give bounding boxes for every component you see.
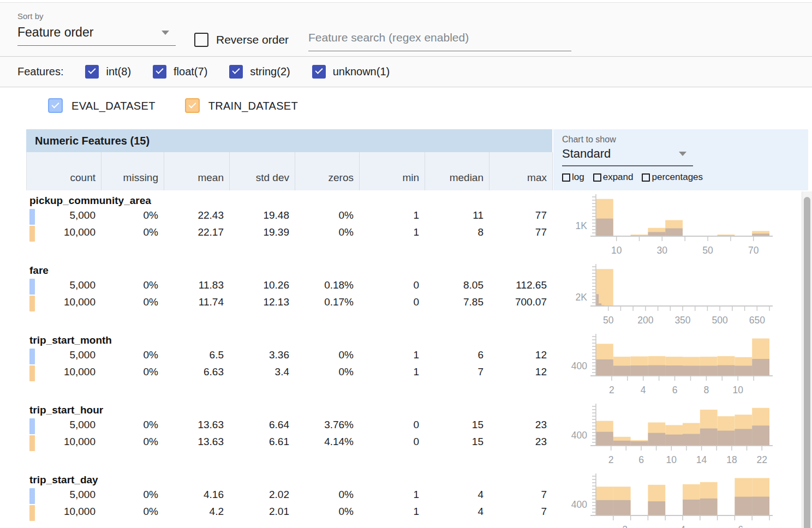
- feature-type-checkbox-unknown[interactable]: [312, 65, 326, 79]
- chart-option-label-log: log: [572, 172, 584, 183]
- stat-max: 12: [489, 349, 552, 361]
- histogram-trip_start_day: 246400: [553, 470, 808, 528]
- feature-histogram-trip_start_day: 246400: [553, 470, 808, 528]
- feature-histogram-trip_start_month: 246810400: [553, 330, 808, 400]
- stat-min: 0: [359, 279, 425, 291]
- stat-median: 8.05: [425, 279, 489, 291]
- chart-option-toggle-log[interactable]: log: [562, 172, 584, 183]
- feature-stats-pickup_community_area: pickup_community_area5,0000%22.4319.480%…: [26, 190, 553, 260]
- stat-count: 10,000: [26, 296, 101, 308]
- svg-text:50: 50: [603, 315, 614, 326]
- eval-dataset-chip: [29, 209, 35, 225]
- stat-count: 10,000: [26, 436, 101, 448]
- check-icon: [232, 66, 240, 74]
- stat-median: 7: [425, 366, 489, 378]
- svg-text:1K: 1K: [576, 220, 588, 231]
- column-header-missing: missing: [101, 152, 164, 190]
- stat-max: 77: [489, 226, 552, 238]
- feature-stats-trip_start_day: trip_start_day5,0000%4.162.020%14710,000…: [26, 470, 553, 528]
- eval-dataset-label: EVAL_DATASET: [71, 100, 156, 112]
- stat-min: 0: [359, 296, 425, 308]
- stat-mean: 6.63: [164, 366, 229, 378]
- check-icon: [156, 66, 163, 74]
- stat-min: 1: [359, 506, 425, 518]
- reverse-order-toggle[interactable]: Reverse order: [194, 33, 289, 47]
- stats-row-eval: 5,0000%4.162.020%147: [26, 486, 553, 503]
- stat-min: 1: [359, 489, 425, 501]
- histogram-trip_start_hour: 2610141822400: [553, 400, 808, 470]
- stat-mean: 11.83: [164, 279, 229, 291]
- svg-text:350: 350: [674, 315, 690, 326]
- feature-type-label-int: int(8): [106, 65, 131, 78]
- column-header-zeros: zeros: [295, 152, 360, 190]
- stat-zeros: 0%: [295, 209, 359, 221]
- eval-dataset-chip: [29, 279, 35, 295]
- features-label: Features:: [17, 65, 63, 78]
- stat-max: 7: [489, 489, 552, 501]
- column-header-median: median: [425, 152, 489, 190]
- stat-max: 700.07: [489, 296, 552, 308]
- feature-type-checkbox-string[interactable]: [229, 65, 243, 79]
- stat-missing: 0%: [101, 296, 164, 308]
- sort-by-select[interactable]: Feature order: [17, 25, 176, 46]
- stat-mean: 13.63: [164, 419, 229, 431]
- train-dataset-checkbox[interactable]: [185, 98, 200, 113]
- vertical-scrollbar[interactable]: [802, 191, 812, 528]
- stat-missing: 0%: [101, 419, 164, 431]
- stat-missing: 0%: [101, 366, 164, 378]
- feature-type-checkbox-int[interactable]: [85, 65, 99, 79]
- stat-std-dev: 19.39: [229, 226, 295, 238]
- column-header-count: count: [27, 152, 101, 190]
- feature-rows: pickup_community_area5,0000%22.4319.480%…: [26, 190, 812, 528]
- stat-zeros: 4.14%: [295, 436, 359, 448]
- chart-option-checkbox-log[interactable]: [562, 173, 570, 182]
- feature-type-toggle-unknown[interactable]: unknown(1): [312, 65, 390, 79]
- dataset-toggle-train[interactable]: TRAIN_DATASET: [185, 98, 298, 129]
- stat-count: 5,000: [26, 279, 101, 291]
- svg-text:50: 50: [702, 245, 713, 256]
- stat-max: 112.65: [489, 279, 552, 291]
- stat-missing: 0%: [101, 489, 164, 501]
- chart-option-label-expand: expand: [603, 172, 634, 183]
- histogram-trip_start_month: 246810400: [553, 330, 808, 400]
- check-icon: [315, 66, 323, 74]
- stat-min: 1: [359, 209, 425, 221]
- stat-median: 4: [425, 489, 489, 501]
- stat-median: 11: [425, 209, 489, 221]
- feature-type-toggle-string[interactable]: string(2): [229, 65, 290, 79]
- chart-to-show-panel: Chart to show Standard logexpandpercenta…: [553, 129, 808, 190]
- train-dataset-chip: [29, 365, 35, 381]
- chart-option-checkbox-percentages[interactable]: [642, 173, 650, 182]
- chart-option-toggle-percentages[interactable]: percentages: [642, 172, 703, 183]
- stat-mean: 22.17: [164, 226, 229, 238]
- stat-min: 0: [359, 419, 425, 431]
- scrollbar-thumb[interactable]: [804, 197, 810, 528]
- svg-text:2: 2: [622, 524, 628, 528]
- toolbar: Sort by Feature order Reverse order: [0, 2, 812, 57]
- chart-option-label-percentages: percentages: [652, 172, 703, 183]
- svg-text:14: 14: [696, 454, 707, 465]
- stat-mean: 13.63: [164, 436, 229, 448]
- eval-dataset-checkbox[interactable]: [48, 98, 63, 113]
- chart-type-select[interactable]: Standard: [562, 147, 693, 166]
- eval-dataset-chip: [29, 349, 35, 364]
- reverse-order-checkbox[interactable]: [194, 33, 208, 47]
- feature-type-toggle-int[interactable]: int(8): [85, 65, 131, 79]
- feature-type-checkbox-float[interactable]: [153, 65, 166, 79]
- feature-type-toggle-float[interactable]: float(7): [153, 65, 207, 79]
- chart-option-checkbox-expand[interactable]: [593, 173, 601, 182]
- feature-stats-fare: fare5,0000%11.8310.260.18%08.05112.6510,…: [26, 260, 553, 330]
- stat-std-dev: 19.48: [229, 209, 295, 221]
- svg-text:70: 70: [748, 245, 759, 256]
- feature-search-input[interactable]: [308, 31, 571, 51]
- dataset-toggle-eval[interactable]: EVAL_DATASET: [48, 98, 156, 129]
- stat-count: 10,000: [26, 366, 101, 378]
- chart-option-toggle-expand[interactable]: expand: [593, 172, 634, 183]
- stat-mean: 4.16: [164, 489, 229, 501]
- stat-missing: 0%: [101, 279, 164, 291]
- feature-histogram-pickup_community_area: 103050701K: [553, 190, 808, 260]
- svg-text:10: 10: [611, 245, 622, 256]
- feature-row-fare: fare5,0000%11.8310.260.18%08.05112.6510,…: [26, 260, 812, 330]
- column-header-std-dev: std dev: [230, 152, 295, 190]
- feature-name: pickup_community_area: [26, 190, 553, 207]
